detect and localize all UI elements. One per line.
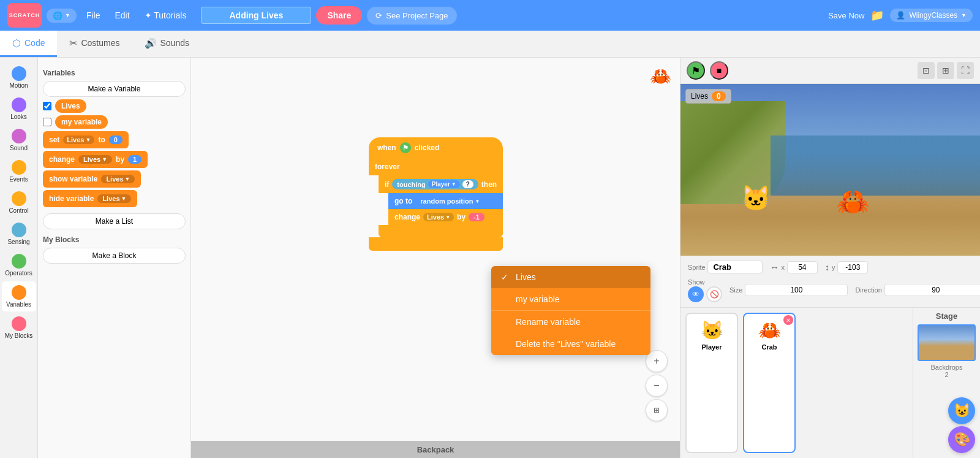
touching-block[interactable]: touching Player ▼ ? xyxy=(392,179,478,189)
player-dropdown[interactable]: Player ▼ xyxy=(428,180,460,188)
make-list-button[interactable]: Make a List xyxy=(43,213,186,229)
if-block[interactable]: if touching Player ▼ ? then xyxy=(379,175,503,237)
sprite-thumb-crab[interactable]: 🦀 Crab ✕ xyxy=(743,313,796,453)
code-tab-label: Code xyxy=(24,38,45,48)
block-stack[interactable]: when ⚑ clicked forever if touching xyxy=(369,137,503,251)
set-block[interactable]: set Lives▼ to 0 xyxy=(43,131,129,148)
my-variable-checkbox[interactable] xyxy=(43,118,51,126)
if-top[interactable]: if touching Player ▼ ? then xyxy=(379,175,503,193)
var-display-val: 0 xyxy=(712,91,726,101)
user-chevron-icon: ▼ xyxy=(961,12,967,18)
change-block-row: change Lives▼ by 1 xyxy=(43,151,186,168)
add-backdrop-button[interactable]: 🎨 xyxy=(948,426,975,453)
sidebar-item-sound[interactable]: Sound xyxy=(2,125,36,155)
lives-pill[interactable]: Lives xyxy=(55,99,86,113)
sidebar-item-control[interactable]: Control xyxy=(2,188,36,218)
see-project-button[interactable]: ⟳ See Project Page xyxy=(367,7,456,25)
lives-checkbox[interactable] xyxy=(43,102,51,110)
change-lives-label: change xyxy=(394,213,420,221)
random-position-dropdown[interactable]: random position ▼ xyxy=(415,196,484,206)
sidebar-item-sensing[interactable]: Sensing xyxy=(2,219,36,249)
sidebar-item-events[interactable]: Events xyxy=(2,156,36,186)
see-project-icon: ⟳ xyxy=(375,11,382,20)
zoom-fit-button[interactable]: ⊞ xyxy=(646,399,668,421)
y-input[interactable] xyxy=(837,261,868,273)
sprite-name-input[interactable] xyxy=(707,261,763,273)
add-sprite-button[interactable]: 😺 xyxy=(948,397,975,424)
goto-block-wrapper: go to random position ▼ xyxy=(388,193,503,209)
direction-field: Direction xyxy=(855,284,980,296)
hide-eye-button[interactable]: 🚫 xyxy=(706,286,722,302)
script-area[interactable]: 🦀 when ⚑ clicked forever xyxy=(191,58,680,458)
set-var-dropdown[interactable]: Lives▼ xyxy=(63,135,94,144)
tab-sounds[interactable]: 🔊 Sounds xyxy=(132,31,202,57)
forever-top[interactable]: forever xyxy=(369,158,503,175)
forever-label: forever xyxy=(375,162,400,171)
change-val-block: -1 xyxy=(469,213,484,221)
ctx-item-lives[interactable]: ✓ Lives xyxy=(491,266,650,288)
file-menu-button[interactable]: File xyxy=(81,8,105,23)
tab-code[interactable]: ⬡ Code xyxy=(0,31,57,57)
hide-variable-block[interactable]: hide variable Lives▼ xyxy=(43,190,137,207)
sidebar-item-looks[interactable]: Looks xyxy=(2,94,36,124)
green-flag-button[interactable]: ⚑ xyxy=(687,61,705,80)
show-eye-button[interactable]: 👁 xyxy=(688,286,704,302)
direction-label: Direction xyxy=(855,286,881,294)
change-lives-block[interactable]: change Lives ▼ by -1 xyxy=(388,209,503,225)
var-display-label: Lives xyxy=(691,92,708,101)
change-block[interactable]: change Lives▼ by 1 xyxy=(43,151,148,168)
question-block[interactable]: ? xyxy=(462,180,473,188)
sidebar-item-motion[interactable]: Motion xyxy=(2,63,36,93)
sprite-list: 🐱 Player 🦀 Crab ✕ xyxy=(680,308,913,458)
share-button[interactable]: Share xyxy=(316,6,362,25)
when-flag-clicked-hat[interactable]: when ⚑ clicked xyxy=(369,137,503,158)
project-title-input[interactable] xyxy=(201,7,311,24)
operators-dot xyxy=(12,254,26,269)
folder-icon[interactable]: 📁 xyxy=(870,9,884,22)
show-variable-block[interactable]: show variable Lives▼ xyxy=(43,170,141,188)
x-coord: ↔ x xyxy=(770,261,818,273)
backpack-bar[interactable]: Backpack xyxy=(191,441,680,458)
control-label: Control xyxy=(9,207,28,214)
tutorials-button[interactable]: ✦ Tutorials xyxy=(140,8,192,23)
stop-button[interactable]: ■ xyxy=(710,61,728,80)
globe-button[interactable]: 🌐 ▼ xyxy=(47,9,77,23)
tab-costumes[interactable]: ✂ Costumes xyxy=(57,31,132,57)
ctx-item-delete[interactable]: Delete the "Lives" variable xyxy=(491,333,650,355)
show-var-dropdown[interactable]: Lives▼ xyxy=(101,175,135,183)
sidebar-item-variables[interactable]: Variables xyxy=(2,281,36,311)
size-input[interactable] xyxy=(745,284,848,296)
stage-thumbnail[interactable] xyxy=(918,324,976,361)
ctx-item-my-variable[interactable]: my variable xyxy=(491,288,650,310)
stage-var-display: Lives 0 xyxy=(685,89,731,104)
sound-dot xyxy=(12,129,26,143)
zoom-out-button[interactable]: − xyxy=(646,375,668,397)
edit-menu-button[interactable]: Edit xyxy=(110,8,134,23)
fullscreen-stage-button[interactable]: ⛶ xyxy=(957,62,974,79)
make-variable-button[interactable]: Make a Variable xyxy=(43,81,186,97)
normal-stage-button[interactable]: ⊞ xyxy=(937,62,954,79)
user-badge[interactable]: 👤 WiingyClasses ▼ xyxy=(890,9,973,22)
sidebar-item-my-blocks[interactable]: My Blocks xyxy=(2,313,36,343)
save-now-button[interactable]: Save Now xyxy=(828,11,864,20)
crab-delete-badge[interactable]: ✕ xyxy=(783,315,793,325)
sprite-thumb-player[interactable]: 🐱 Player xyxy=(685,313,738,453)
operators-label: Operators xyxy=(5,270,32,277)
player-sprite-img: 🐱 xyxy=(701,318,723,342)
ctx-item-rename[interactable]: Rename variable xyxy=(491,311,650,333)
x-input[interactable] xyxy=(787,261,818,273)
direction-input[interactable] xyxy=(884,284,980,296)
sidebar-item-operators[interactable]: Operators xyxy=(2,250,36,280)
goto-block[interactable]: go to random position ▼ xyxy=(388,193,503,209)
make-block-button[interactable]: Make a Block xyxy=(43,248,186,264)
forever-block[interactable]: forever if touching Player ▼ xyxy=(369,158,503,251)
hide-var-dropdown[interactable]: Lives▼ xyxy=(97,194,131,203)
show-group: Show 👁 🚫 xyxy=(688,277,722,302)
tabs-bar: ⬡ Code ✂ Costumes 🔊 Sounds xyxy=(0,31,980,58)
my-variable-pill[interactable]: my variable xyxy=(55,115,108,129)
lives-dropdown[interactable]: Lives ▼ xyxy=(423,213,454,221)
change-var-dropdown[interactable]: Lives▼ xyxy=(78,155,112,164)
script-canvas: 🦀 when ⚑ clicked forever xyxy=(191,58,680,458)
ctx-rename-label: Rename variable xyxy=(516,317,581,327)
small-stage-button[interactable]: ⊡ xyxy=(918,62,935,79)
